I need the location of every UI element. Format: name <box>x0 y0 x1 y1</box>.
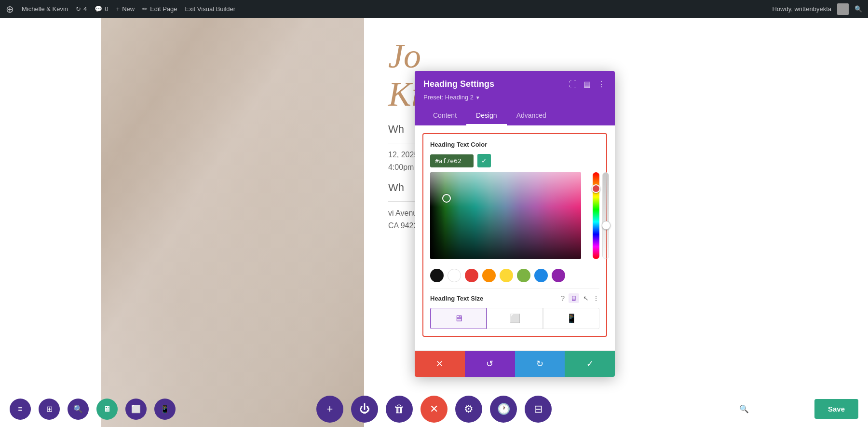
device-buttons: 🖥 ⬜ 📱 <box>430 308 599 329</box>
confirm-color-button[interactable]: ✓ <box>477 154 491 167</box>
exit-builder-link[interactable]: Exit Visual Builder <box>185 5 236 13</box>
swatch-yellow[interactable] <box>500 269 513 282</box>
panel-title: Heading Settings <box>423 79 494 89</box>
tab-advanced[interactable]: Advanced <box>507 107 556 125</box>
hero-image-overlay <box>101 18 364 427</box>
color-gradient-picker[interactable] <box>430 172 581 259</box>
grid-btn[interactable]: ⊞ <box>39 399 60 420</box>
revisions-icon: ↻ <box>76 5 81 13</box>
text-size-icons: ? 🖥 ↖ ⋮ <box>561 293 599 303</box>
history-btn[interactable]: 🕐 <box>490 396 517 423</box>
alpha-thumb <box>602 221 610 230</box>
color-picker-section: Heading Text Color ✓ <box>422 133 607 337</box>
swatch-orange[interactable] <box>482 269 496 282</box>
comments-count: 0 <box>105 5 108 13</box>
site-name-link[interactable]: Michelle & Kevin <box>22 5 68 13</box>
swatch-purple[interactable] <box>552 269 565 282</box>
swatch-blue[interactable] <box>534 269 548 282</box>
color-cursor <box>442 194 451 203</box>
cursor-icon[interactable]: ↖ <box>583 294 589 302</box>
edit-page-label: Edit Page <box>150 5 177 13</box>
hue-thumb <box>592 184 600 193</box>
hero-image <box>101 18 364 427</box>
layers-btn[interactable]: ◧ <box>760 399 782 420</box>
revisions-link[interactable]: ↻ 4 <box>76 5 87 13</box>
hex-input-row: ✓ <box>430 154 599 167</box>
new-link[interactable]: + New <box>116 5 135 13</box>
menu-btn[interactable]: ≡ <box>10 399 31 420</box>
desktop-device-btn[interactable]: 🖥 <box>430 308 487 329</box>
help-btn[interactable]: ? <box>787 399 809 420</box>
revision-count: 4 <box>83 5 87 13</box>
left-sidebar <box>0 36 101 427</box>
panel-collapse-icon[interactable]: ▤ <box>583 79 592 90</box>
more-options-icon[interactable]: ⋮ <box>593 294 599 302</box>
gear-btn[interactable]: ⚙ <box>455 396 482 423</box>
close-btn[interactable]: ✕ <box>420 396 448 423</box>
swatch-white[interactable] <box>448 269 461 282</box>
comments-link[interactable]: 💬 0 <box>95 5 108 13</box>
settings-panel: Heading Settings ⛶ ▤ ⋮ Preset: Heading 2… <box>415 71 615 377</box>
mobile-btn[interactable]: 📱 <box>154 399 176 420</box>
avatar <box>837 3 849 15</box>
site-name: Michelle & Kevin <box>22 5 68 13</box>
tab-content[interactable]: Content <box>423 107 466 125</box>
panel-tabs: Content Design Advanced <box>423 107 606 125</box>
right-search-btn[interactable]: 🔍 <box>733 399 755 420</box>
mobile-device-btn[interactable]: 📱 <box>543 308 599 329</box>
panel-preset[interactable]: Preset: Heading 2 ▼ <box>423 94 606 101</box>
color-swatches <box>430 269 599 282</box>
toolbar-left: ≡ ⊞ 🔍 🖥 ⬜ 📱 <box>10 399 176 420</box>
tablet-btn[interactable]: ⬜ <box>125 399 147 420</box>
search-btn[interactable]: 🔍 <box>68 399 89 420</box>
plus-icon: + <box>116 5 120 13</box>
wordpress-logo-icon[interactable]: ⊕ <box>6 3 14 15</box>
toolbar-right: 🔍 ◧ ? Save <box>733 399 858 420</box>
accept-button[interactable]: ✓ <box>565 351 615 377</box>
admin-bar: ⊕ Michelle & Kevin ↻ 4 💬 0 + New ✏ Edit … <box>0 0 868 18</box>
undo-button[interactable]: ↺ <box>465 351 515 377</box>
exit-builder-label: Exit Visual Builder <box>185 5 236 13</box>
portability-btn[interactable]: ⊟ <box>525 396 552 423</box>
hue-slider[interactable] <box>593 172 599 259</box>
text-size-label: Heading Text Size <box>430 295 557 302</box>
swatch-red[interactable] <box>465 269 478 282</box>
panel-body: Heading Text Color ✓ <box>415 125 615 350</box>
panel-footer: ✕ ↺ ↻ ✓ <box>415 350 615 377</box>
save-button[interactable]: Save <box>814 399 858 419</box>
cancel-button[interactable]: ✕ <box>415 351 465 377</box>
color-section-title: Heading Text Color <box>430 141 487 148</box>
redo-button[interactable]: ↻ <box>515 351 565 377</box>
heading-line-1: Jo <box>388 37 844 75</box>
admin-search-icon[interactable]: 🔍 <box>854 5 862 13</box>
panel-fullscreen-icon[interactable]: ⛶ <box>568 79 578 90</box>
tablet-device-btn[interactable]: ⬜ <box>487 308 543 329</box>
page-area: Jo Kr Wh 12, 2025 4:00pm Wh vi Avenue CA… <box>0 18 868 427</box>
trash-btn[interactable]: 🗑 <box>386 396 413 423</box>
panel-more-icon[interactable]: ⋮ <box>597 79 606 90</box>
power-btn[interactable]: ⏻ <box>351 396 378 423</box>
pencil-icon: ✏ <box>142 5 148 13</box>
add-module-btn[interactable]: + <box>316 396 343 423</box>
swatch-green[interactable] <box>517 269 530 282</box>
alpha-slider[interactable] <box>602 172 609 259</box>
new-label: New <box>122 5 135 13</box>
desktop-btn[interactable]: 🖥 <box>96 399 118 420</box>
howdy-text: Howdy, writtenbyekta <box>772 5 831 13</box>
hex-color-input[interactable] <box>430 154 474 167</box>
comments-icon: 💬 <box>95 5 102 13</box>
toolbar-center: + ⏻ 🗑 ✕ ⚙ 🕐 ⊟ <box>316 396 552 423</box>
tab-design[interactable]: Design <box>466 107 507 125</box>
desktop-size-icon[interactable]: 🖥 <box>569 293 579 303</box>
text-size-row: Heading Text Size ? 🖥 ↖ ⋮ <box>430 288 599 303</box>
panel-header-icons: ⛶ ▤ ⋮ <box>568 79 606 90</box>
panel-header: Heading Settings ⛶ ▤ ⋮ Preset: Heading 2… <box>415 71 615 125</box>
swatch-black[interactable] <box>430 269 444 282</box>
edit-page-link[interactable]: ✏ Edit Page <box>142 5 177 13</box>
help-icon[interactable]: ? <box>561 294 565 302</box>
